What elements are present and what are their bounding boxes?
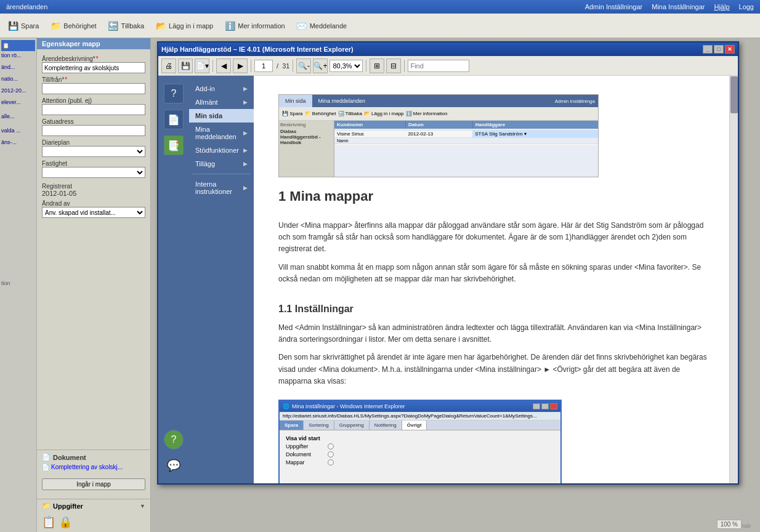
behorighet-button[interactable]: 📁 Behörighet [46,18,100,34]
mini-beskrivning-label: Beskrivning [280,122,333,127]
nav-item-stod[interactable]: Stödfunktioner ▶ [189,143,254,157]
uppgifter-section: 📁 Uppgifter ▼ [37,499,150,512]
nav-separator [192,174,251,174]
close-button[interactable]: ✕ [725,45,735,54]
mini-td-6: STSA Stig Sandström ▾ [472,131,598,138]
left-side-item3[interactable]: natio... [0,76,36,87]
nav-icon-help[interactable]: ? [164,430,184,449]
form-section: Ärendebeskrivning* Till/från* Attention … [37,49,150,449]
meddelande-icon: ✉️ [296,20,308,32]
save-button[interactable]: 💾 [178,58,193,73]
mini-settings-content: Visa vid start Uppgifter Dokument [280,430,560,472]
nav-icon-comment[interactable]: 💬 [164,456,184,475]
help-window: Hjälp Handläggarstöd – IE 4.01 (Microsof… [157,41,739,485]
page-number-input[interactable] [254,60,273,72]
help-para4: Den som har skrivrättighet på ärendet är… [278,352,713,387]
nav-item-interna[interactable]: Interna instruktioner ▶ [189,177,254,198]
mini-table-area: Kundnomn Datum Handläggare [334,121,598,177]
mini-tillbaka-btn: 🔙 Tillbaka [338,111,362,116]
nav-item-interna-label: Interna instruktioner [195,180,243,195]
bottom-icon-1[interactable]: 📋 [42,515,55,529]
left-side-item-valda[interactable]: valda ... [0,127,36,139]
toolbar-separator-4 [366,60,366,72]
page-options-button[interactable]: 📄▾ [195,58,209,73]
zoom-in-button[interactable]: 🔍+ [313,58,328,73]
nav-item-min-sida[interactable]: Min sida [189,109,254,123]
mini-left-list: Beskrivning Diabas Handläggerstöd - Hand… [279,121,334,177]
left-side-item6[interactable]: alle... [0,113,36,124]
top-nav-hjalp[interactable]: Hjälp [714,3,729,10]
lagg-in-i-mapp-button[interactable]: 📂 Lägg in i mapp [151,18,217,34]
nav-item-allment[interactable]: Allmänt ▶ [189,95,254,109]
nav-icon-active[interactable]: 📑 [164,135,184,155]
attention-label: Attention (publ. ej) [42,97,145,104]
content-scrollbar[interactable] [729,76,738,483]
uppgifter-header: 📁 Uppgifter ▼ [42,502,145,510]
left-side-item4[interactable]: 2012-20... [0,87,36,99]
nav-icon-question[interactable]: ? [164,84,184,103]
nav-arrow-tillagg: ▶ [243,161,248,167]
toolbar-separator-5 [404,60,405,72]
lagg-in-label: Lägg in i mapp [169,22,213,30]
attention-input[interactable] [42,104,145,115]
mini-toolbar: 💾 Spara 📁 Behörighet 🔙 Tillbaka 📂 Lägg i… [279,107,598,121]
fit-width-button[interactable]: ⊟ [386,58,401,73]
mer-info-label: Mer information [238,22,285,30]
nav-item-add-in-label: Add-in [195,85,215,92]
left-side-icon1[interactable]: 📋 [1,40,35,51]
visa-vid-start-label: Visa vid start [286,435,320,441]
left-panel: 📋 tion rö... änd... natio... 2012-20... … [0,38,151,532]
ingar-i-mapp-button[interactable]: Ingår i mapp [42,478,145,490]
spara-button[interactable]: 💾 Spara [3,18,42,34]
tion-label: tion [0,280,37,286]
dokument-item-1[interactable]: 📄 Komplettering av skolskj... [42,464,145,470]
fastighet-select[interactable] [42,167,145,178]
top-navigation-bar: ärendelanden Admin Inställningar Mina In… [0,0,760,14]
diarieplan-select[interactable] [42,146,145,157]
uppgifter-title: Uppgifter [53,502,83,510]
zoom-select[interactable]: 80,3% [329,60,363,72]
mini-td-5: 2012-02-13 [405,131,472,138]
arendebeskrivning-input[interactable] [42,62,145,73]
back-button[interactable]: ◀ [216,58,231,73]
mini-settings-screenshot: 🌐 Mina inställningar - Windows Internet … [278,400,562,483]
gatuadress-input[interactable] [42,125,145,136]
uppgifter-collapse-icon[interactable]: ▼ [140,503,145,509]
andrad-av-select[interactable]: Anv. skapad vid installat... [42,207,145,218]
registrerat-value: 2012-01-05 [42,190,145,197]
minimize-button[interactable]: _ [703,45,713,54]
forward-button[interactable]: ▶ [233,58,248,73]
registrerat-label: Registrerat [42,183,145,190]
top-nav-logg[interactable]: Logg [739,3,754,10]
mer-information-button[interactable]: ℹ️ Mer information [220,18,288,34]
nav-item-add-in[interactable]: Add-in ▶ [189,82,254,95]
top-nav-arendelanden[interactable]: ärendelanden [6,3,47,10]
tillbaka-button[interactable]: 🔙 Tillbaka [103,18,148,34]
top-nav-admin[interactable]: Admin Inställningar [585,3,643,10]
nav-item-mina-meddelanden[interactable]: Mina meddelanden ▶ [189,123,254,143]
print-button[interactable]: 🖨 [161,58,176,73]
left-side-item5[interactable]: elever... [0,99,36,110]
scrollbar-thumb[interactable] [730,76,738,113]
mini-dokument-row: Dokument [286,451,554,457]
nav-icon-pages[interactable]: 📄 [164,110,184,129]
left-side-item2[interactable]: änd... [0,64,36,75]
left-side-item1[interactable]: tion rö... [0,52,36,63]
bottom-icon-2[interactable]: 🔒 [59,515,72,529]
toolbar-separator-2 [251,60,251,72]
left-side-item-ans[interactable]: äns-... [0,139,36,150]
help-toolbar: 🖨 💾 📄▾ ◀ ▶ / 31 🔍- 🔍+ 80,3% ⊞ ⊟ [158,56,738,76]
meddelande-button[interactable]: ✉️ Meddelande [292,18,351,34]
nav-item-tillagg-label: Tillägg [195,160,215,167]
top-nav-mina[interactable]: Mina Inställningar [652,3,705,10]
maximize-button[interactable]: □ [714,45,724,54]
mini-settings-url-bar: http://ediariet.siriusit.info/Diabas.HLS… [280,412,560,421]
zoom-out-button[interactable]: 🔍- [296,58,311,73]
find-input[interactable] [408,60,469,72]
fit-page-button[interactable]: ⊞ [370,58,384,73]
mini-tab-sortering: Sortering [304,421,334,430]
mini-settings-tabs: Spara Sortering Gruppering Notifiering Ö… [280,421,560,430]
till-fran-input[interactable] [42,83,145,94]
help-nav-items: Add-in ▶ Allmänt ▶ Min sida Mi [189,79,254,480]
nav-item-tillagg[interactable]: Tillägg ▶ [189,157,254,171]
